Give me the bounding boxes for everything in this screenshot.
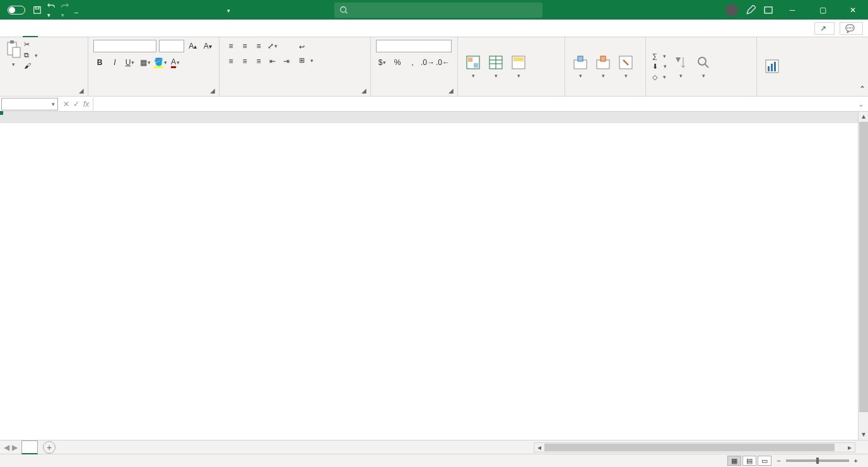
border-button[interactable]: ▦▾ xyxy=(139,56,151,69)
tab-help[interactable] xyxy=(129,20,144,37)
horizontal-scrollbar[interactable]: ◂ ▸ xyxy=(534,442,855,452)
format-cells-button[interactable]: ▾ xyxy=(616,54,636,80)
insert-cells-button[interactable]: ▾ xyxy=(570,54,590,80)
close-button[interactable]: ✕ xyxy=(842,0,864,20)
copy-icon: ⧉ xyxy=(24,51,29,59)
alignment-launcher[interactable]: ◢ xyxy=(361,87,369,95)
accounting-format-icon[interactable]: $▾ xyxy=(376,56,389,69)
wrap-text-button[interactable]: ↩ xyxy=(298,42,315,52)
svg-rect-18 xyxy=(578,56,583,61)
clipboard-launcher[interactable]: ◢ xyxy=(79,87,86,95)
autosave-toggle[interactable] xyxy=(5,6,25,15)
view-page-break-button[interactable]: ▭ xyxy=(758,456,771,466)
pen-icon[interactable] xyxy=(746,5,756,15)
decrease-indent-icon[interactable]: ⇤ xyxy=(266,55,279,68)
increase-decimal-icon[interactable]: .0→ xyxy=(421,56,434,69)
view-normal-button[interactable]: ▦ xyxy=(727,456,741,466)
vertical-scrollbar[interactable]: ▴ ▾ xyxy=(858,112,868,440)
fill-button[interactable]: ⬇▾ xyxy=(651,62,668,71)
number-format-select[interactable] xyxy=(376,40,452,52)
align-middle-icon[interactable]: ≡ xyxy=(238,40,251,52)
zoom-out-button[interactable]: − xyxy=(777,457,780,464)
italic-button[interactable]: I xyxy=(108,56,121,69)
user-avatar[interactable] xyxy=(725,4,738,16)
autosum-button[interactable]: ∑▾ xyxy=(651,52,668,61)
tab-insert[interactable] xyxy=(38,20,53,37)
comments-button[interactable]: 💬 xyxy=(840,22,863,35)
qat-customize-icon[interactable]: ⎯ xyxy=(74,6,78,13)
formula-input[interactable] xyxy=(93,98,854,110)
number-launcher[interactable]: ◢ xyxy=(449,87,456,95)
tab-file[interactable] xyxy=(8,20,23,37)
font-size-select[interactable] xyxy=(159,40,184,52)
save-icon[interactable] xyxy=(33,6,42,15)
sheet-tab-sheet1[interactable] xyxy=(21,440,38,454)
confirm-formula-icon[interactable]: ✓ xyxy=(73,100,79,109)
cut-button[interactable]: ✂ xyxy=(23,40,39,49)
copy-button[interactable]: ⧉▾ xyxy=(23,50,39,60)
decrease-font-icon[interactable]: A▾ xyxy=(202,40,214,52)
svg-rect-28 xyxy=(774,62,776,71)
fx-icon[interactable]: fx xyxy=(83,100,89,109)
tab-view[interactable] xyxy=(114,20,129,37)
find-select-button[interactable]: ▾ xyxy=(693,54,713,80)
align-left-icon[interactable]: ≡ xyxy=(225,55,237,68)
tab-home[interactable] xyxy=(23,20,38,37)
collapse-ribbon-icon[interactable]: ⌃ xyxy=(859,85,865,93)
paste-button[interactable]: ▾ xyxy=(5,40,21,70)
redo-icon[interactable]: ▾ xyxy=(61,1,69,19)
sort-filter-button[interactable]: ▾ xyxy=(671,54,691,80)
format-as-table-button[interactable]: ▾ xyxy=(486,54,506,80)
ribbon-tabs: ↗ 💬 xyxy=(0,20,868,37)
mode-icon[interactable] xyxy=(763,5,773,15)
align-bottom-icon[interactable]: ≡ xyxy=(252,40,265,52)
minimize-button[interactable]: ─ xyxy=(781,0,804,20)
font-name-select[interactable] xyxy=(93,40,156,52)
analyze-data-button[interactable] xyxy=(762,57,782,76)
format-painter-button[interactable]: 🖌 xyxy=(23,61,39,70)
search-icon xyxy=(339,6,348,15)
sheet-nav-prev-icon[interactable]: ◀ xyxy=(4,443,9,452)
delete-cells-button[interactable]: ▾ xyxy=(593,54,613,80)
sort-icon xyxy=(673,55,688,70)
percent-format-icon[interactable]: % xyxy=(391,56,404,69)
merge-center-button[interactable]: ⊞▾ xyxy=(298,56,315,65)
tab-formulas[interactable] xyxy=(68,20,83,37)
sheet-nav-next-icon[interactable]: ▶ xyxy=(12,443,18,452)
tab-load-test[interactable] xyxy=(144,20,159,37)
tab-data[interactable] xyxy=(83,20,98,37)
font-color-button[interactable]: A▾ xyxy=(169,56,182,69)
zoom-in-button[interactable]: + xyxy=(854,457,858,464)
document-title[interactable]: ▾ xyxy=(227,6,230,15)
align-right-icon[interactable]: ≡ xyxy=(252,55,265,68)
spreadsheet-grid[interactable]: ▴ ▾ xyxy=(0,112,868,440)
name-box[interactable]: ▾ xyxy=(1,98,58,110)
comma-format-icon[interactable]: , xyxy=(406,56,419,69)
increase-font-icon[interactable]: A▴ xyxy=(187,40,199,52)
decrease-decimal-icon[interactable]: .0← xyxy=(437,56,449,69)
conditional-formatting-button[interactable]: ▾ xyxy=(463,54,483,80)
view-page-layout-button[interactable]: ▤ xyxy=(742,456,756,466)
clear-button[interactable]: ◇▾ xyxy=(651,73,668,82)
fill-color-button[interactable]: 🪣▾ xyxy=(154,56,167,69)
search-box[interactable] xyxy=(334,3,542,18)
align-center-icon[interactable]: ≡ xyxy=(238,55,251,68)
cancel-formula-icon[interactable]: ✕ xyxy=(63,100,69,109)
formula-bar: ▾ ✕ ✓ fx ⌄ xyxy=(0,97,868,112)
orientation-icon[interactable]: ⤢▾ xyxy=(266,40,279,52)
bold-button[interactable]: B xyxy=(93,56,106,69)
add-sheet-button[interactable]: + xyxy=(43,441,56,454)
zoom-slider[interactable] xyxy=(786,459,849,462)
tab-page-layout[interactable] xyxy=(53,20,68,37)
tab-review[interactable] xyxy=(98,20,114,37)
increase-indent-icon[interactable]: ⇥ xyxy=(280,55,293,68)
maximize-button[interactable]: ▢ xyxy=(811,0,834,20)
share-button[interactable]: ↗ xyxy=(814,22,835,35)
font-launcher[interactable]: ◢ xyxy=(210,87,218,95)
sum-icon: ∑ xyxy=(652,52,657,60)
cell-styles-button[interactable]: ▾ xyxy=(508,54,529,80)
underline-button[interactable]: U▾ xyxy=(124,56,136,69)
align-top-icon[interactable]: ≡ xyxy=(225,40,237,52)
expand-formula-icon[interactable]: ⌄ xyxy=(854,100,868,109)
undo-icon[interactable]: ▾ xyxy=(47,1,56,19)
